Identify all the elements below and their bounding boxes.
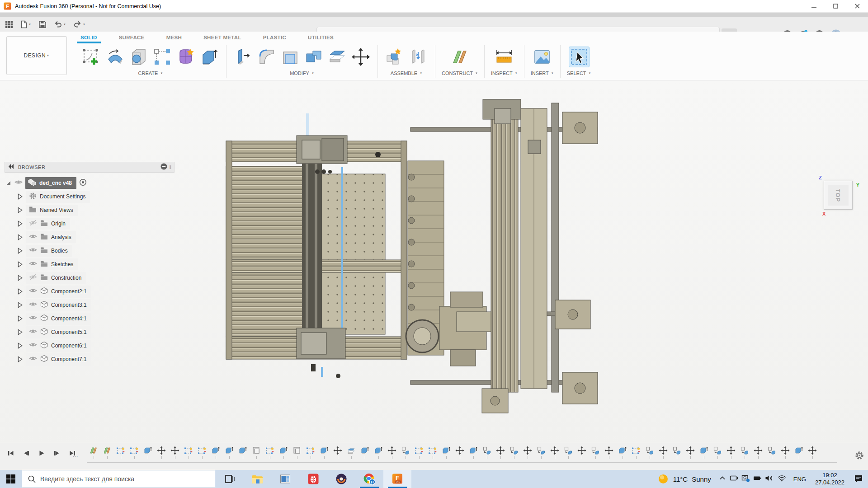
timeline-extrude-feature[interactable] (317, 446, 331, 459)
timeline-move-feature[interactable] (656, 446, 670, 459)
fusion-360-taskbar-icon[interactable]: F360 (383, 470, 411, 488)
notification-center-icon[interactable] (849, 470, 868, 488)
app-grid-button[interactable] (3, 19, 15, 30)
play-button[interactable] (36, 448, 47, 459)
new-component-icon[interactable] (384, 47, 405, 67)
chevron-up-icon[interactable] (718, 474, 726, 483)
press-pull-icon[interactable] (233, 47, 254, 67)
group-label-construct[interactable]: CONSTRUCT▼ (442, 70, 478, 76)
timeline-extrude-feature[interactable] (697, 446, 711, 459)
expand-arrow-icon[interactable] (16, 288, 24, 295)
file-explorer-taskbar-icon[interactable] (243, 470, 271, 488)
browser-item-analysis[interactable]: Analysis (16, 230, 175, 244)
timeline-shell-feature[interactable] (250, 446, 263, 459)
timeline-extrude-feature[interactable] (439, 446, 453, 459)
language-indicator[interactable]: ENG (789, 476, 811, 483)
timeline-component-feature[interactable] (738, 446, 751, 459)
timeline-extrude-feature[interactable] (616, 446, 629, 459)
timeline-move-feature[interactable] (806, 446, 819, 459)
timeline-extrude-feature[interactable] (467, 446, 480, 459)
hole-icon[interactable] (128, 47, 149, 67)
model-viewport[interactable]: TOP Z Y X BROWSER ‖ ded_cnc v48Document … (0, 80, 868, 443)
insert-image-icon[interactable] (532, 47, 552, 67)
shell-icon[interactable] (280, 47, 301, 67)
timeline-collapsed-marker[interactable]: … (72, 451, 79, 458)
timeline-component-feature[interactable] (670, 446, 684, 459)
browser-item-component3-1[interactable]: Component3:1 (16, 298, 175, 312)
timeline-sketch-feature[interactable] (182, 446, 195, 459)
browser-panel-header[interactable]: BROWSER ‖ (5, 162, 175, 173)
timeline-move-feature[interactable] (575, 446, 589, 459)
timeline-component-feature[interactable] (534, 446, 548, 459)
timeline-move-feature[interactable] (521, 446, 534, 459)
weather-widget[interactable]: 11°C Sunny (653, 473, 716, 485)
group-label-inspect[interactable]: INSPECT▼ (491, 70, 518, 76)
timeline-shell-feature[interactable] (290, 446, 304, 459)
red-app-taskbar-icon[interactable] (299, 470, 327, 488)
timeline-settings-gear-icon[interactable] (854, 450, 864, 462)
tab-mesh[interactable]: MESH (165, 33, 183, 42)
joint-icon[interactable] (408, 47, 429, 67)
browser-root-row[interactable]: ded_cnc v48 (5, 176, 175, 190)
wifi-icon[interactable] (778, 475, 786, 483)
minimize-button[interactable] (803, 0, 825, 13)
file-new-button[interactable]: ▼ (18, 19, 33, 30)
browser-item-construction[interactable]: Construction (16, 271, 175, 285)
expand-arrow-icon[interactable] (16, 356, 24, 363)
tab-utilities[interactable]: UTILITIES (307, 33, 335, 42)
group-label-insert[interactable]: INSERT▼ (531, 70, 554, 76)
redo-button[interactable]: ▼ (71, 19, 88, 29)
clock-widget[interactable]: 19:02 27.04.2022 (811, 472, 849, 487)
tab-solid[interactable]: SOLID (80, 33, 98, 42)
timeline-component-feature[interactable] (589, 446, 602, 459)
timeline-move-feature[interactable] (684, 446, 697, 459)
timeline-move-feature[interactable] (751, 446, 765, 459)
form-icon[interactable] (105, 47, 126, 67)
eye-off-icon[interactable] (29, 219, 37, 228)
timeline-extrude-feature[interactable] (141, 446, 155, 459)
tablet-icon[interactable] (730, 474, 738, 483)
create-sketch-icon[interactable] (81, 47, 102, 67)
timeline-move-feature[interactable] (778, 446, 792, 459)
eye-icon[interactable] (29, 233, 37, 242)
eye-icon[interactable] (29, 246, 37, 255)
group-label-select[interactable]: SELECT▼ (567, 70, 591, 76)
eye-icon[interactable] (29, 287, 37, 296)
expand-arrow-icon[interactable] (5, 179, 12, 187)
timeline-move-feature[interactable] (724, 446, 738, 459)
go-to-start-button[interactable] (5, 448, 16, 459)
expand-arrow-icon[interactable] (16, 342, 24, 349)
eye-icon[interactable] (29, 300, 37, 310)
timeline-component-feature[interactable] (480, 446, 494, 459)
timeline-sketch-feature[interactable] (127, 446, 141, 459)
eye-icon[interactable] (14, 178, 23, 188)
view-cube[interactable]: TOP Z Y X (824, 181, 853, 210)
browser-item-origin[interactable]: Origin (16, 217, 175, 230)
timeline-move-feature[interactable] (453, 446, 467, 459)
minimize-panel-icon[interactable] (160, 163, 167, 172)
expand-arrow-icon[interactable] (16, 193, 24, 200)
step-back-button[interactable] (21, 448, 32, 459)
timeline-split-feature[interactable] (344, 446, 358, 459)
timeline-extrude-feature[interactable] (277, 446, 290, 459)
timeline-extrude-feature[interactable] (209, 446, 222, 459)
expand-arrow-icon[interactable] (16, 220, 24, 227)
timeline-extrude-feature[interactable] (358, 446, 372, 459)
measure-icon[interactable] (494, 47, 514, 67)
group-label-modify[interactable]: MODIFY▼ (290, 70, 314, 76)
browser-item-component4-1[interactable]: Component4:1 (16, 312, 175, 325)
timeline-extrude-feature[interactable] (792, 446, 806, 459)
expand-arrow-icon[interactable] (16, 206, 24, 214)
eye-icon[interactable] (29, 314, 37, 323)
timeline-extrude-feature[interactable] (222, 446, 236, 459)
expand-arrow-icon[interactable] (16, 234, 24, 241)
start-button[interactable] (0, 470, 22, 488)
timeline-move-feature[interactable] (494, 446, 507, 459)
combine-icon[interactable] (303, 47, 324, 67)
browser-item-document-settings[interactable]: Document Settings (16, 190, 175, 203)
timeline-sketch-feature[interactable] (263, 446, 277, 459)
eye-icon[interactable] (29, 341, 37, 350)
timeline-plane-feature[interactable] (100, 446, 114, 459)
activate-target-icon[interactable] (79, 178, 87, 188)
timeline-move-feature[interactable] (385, 446, 399, 459)
